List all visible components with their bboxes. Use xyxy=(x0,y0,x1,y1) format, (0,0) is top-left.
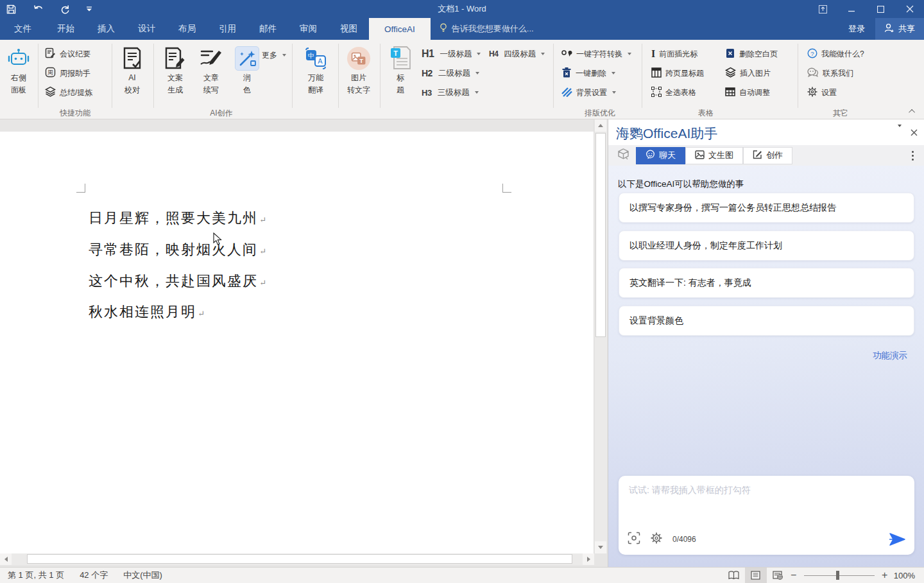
meeting-minutes-button[interactable]: 会议纪要 xyxy=(45,46,90,62)
title-bar: 文档1 - Word xyxy=(0,0,924,18)
zoom-percentage[interactable]: 100% xyxy=(890,571,924,580)
tab-home[interactable]: 开始 xyxy=(46,18,86,40)
ai-proofread-button[interactable]: AI 校对 xyxy=(114,42,150,104)
delete-blank-page-button[interactable]: 删除空白页 xyxy=(725,46,778,62)
continue-writing-button[interactable]: 文章 续写 xyxy=(193,42,229,104)
collapse-ribbon-button[interactable] xyxy=(907,107,918,116)
settings-button[interactable]: 设置 xyxy=(807,85,837,100)
auto-fit-button[interactable]: 自动调整 xyxy=(725,85,770,100)
language-indicator[interactable]: 中文(中国) xyxy=(116,570,170,581)
title-button[interactable]: T 标 题 xyxy=(382,42,418,104)
translate-button[interactable]: 中A 万能 翻译 xyxy=(296,42,336,104)
document-line[interactable]: 寻常巷陌，映射烟火人间↵ xyxy=(89,240,266,259)
panel-close-icon[interactable] xyxy=(911,127,918,139)
copywriting-button[interactable]: 文案 生成 xyxy=(157,42,193,104)
feature-demo-link[interactable]: 功能演示 xyxy=(873,350,907,361)
login-button[interactable]: 登录 xyxy=(838,23,875,35)
document-line[interactable]: 这个中秋，共赴国风盛厌↵ xyxy=(89,272,266,291)
kebab-menu-icon[interactable] xyxy=(912,151,914,161)
suggestion-card[interactable]: 设置背景颜色 xyxy=(619,306,914,336)
horizontal-scroll-thumb[interactable] xyxy=(27,554,572,564)
suggestion-card[interactable]: 以职业经理人身份，制定年度工作计划 xyxy=(619,231,914,261)
screenshot-icon[interactable] xyxy=(628,532,640,547)
tab-mailings[interactable]: 邮件 xyxy=(248,18,288,40)
table-grid-icon xyxy=(725,87,735,99)
zoom-slider-thumb[interactable] xyxy=(836,571,839,580)
heading1-button[interactable]: H1一级标题 xyxy=(422,46,481,62)
tab-chat[interactable]: 聊天 xyxy=(636,147,685,164)
summarize-button[interactable]: 总结/提炼 xyxy=(45,85,92,100)
read-mode-button[interactable] xyxy=(723,568,745,583)
contact-us-button[interactable]: 联系我们 xyxy=(807,65,853,81)
tab-review[interactable]: 审阅 xyxy=(288,18,329,40)
select-table-button[interactable]: 全选表格 xyxy=(651,85,696,100)
page-indicator[interactable]: 第 1 页, 共 1 页 xyxy=(0,570,72,581)
mouse-cursor xyxy=(213,232,222,248)
tab-file[interactable]: 文件 xyxy=(0,18,46,40)
scroll-left-button[interactable] xyxy=(0,553,12,565)
vertical-scroll-thumb[interactable] xyxy=(595,133,606,337)
scroll-right-button[interactable] xyxy=(583,553,594,565)
zoom-out-button[interactable]: − xyxy=(789,570,799,581)
horizontal-scrollbar[interactable] xyxy=(0,553,594,565)
document-line[interactable]: 日月星辉，照要大美九州↵ xyxy=(89,209,266,228)
heading4-button[interactable]: H4四级标题 xyxy=(489,46,545,62)
more-dropdown[interactable]: 更多 xyxy=(262,48,286,63)
gear-icon[interactable] xyxy=(651,532,662,546)
edit-pen-icon xyxy=(753,150,762,161)
maximize-icon[interactable] xyxy=(866,0,895,18)
dropdown-caret-icon xyxy=(477,53,481,55)
web-layout-button[interactable] xyxy=(767,568,789,583)
scroll-down-button[interactable] xyxy=(595,541,606,553)
share-button[interactable]: 共享 xyxy=(875,18,924,40)
polish-button[interactable]: 润 色 xyxy=(229,42,265,104)
zoom-slider[interactable] xyxy=(804,568,875,583)
print-layout-button[interactable] xyxy=(745,568,767,583)
repeat-header-button[interactable]: 跨页显标题 xyxy=(651,65,704,81)
panel-dropdown-caret-icon[interactable] xyxy=(896,127,902,139)
document-top-margin-strip xyxy=(0,119,594,132)
chat-input[interactable] xyxy=(619,476,914,526)
word-count[interactable]: 42 个字 xyxy=(72,570,116,581)
right-panel-button[interactable]: 右侧 面板 xyxy=(1,42,37,104)
ribbon: 右侧 面板 会议纪要 周 周报助手 总结/提炼 快捷功能 AI 校对 文案 生成… xyxy=(0,40,924,119)
close-icon[interactable] xyxy=(895,0,924,18)
weekly-report-button[interactable]: 周 周报助手 xyxy=(45,65,90,81)
heading3-button[interactable]: H3三级标题 xyxy=(422,85,479,100)
tab-text-to-image[interactable]: 文生图 xyxy=(685,147,743,164)
insert-image-button[interactable]: 插入图片 xyxy=(725,65,771,81)
cube-icon[interactable] xyxy=(617,148,629,162)
tab-references[interactable]: 引用 xyxy=(207,18,248,40)
background-settings-button[interactable]: 背景设置 xyxy=(561,85,616,100)
lightbulb-icon xyxy=(440,23,447,35)
image-to-text-button[interactable]: T 图片 转文字 xyxy=(339,42,378,104)
heading2-button[interactable]: H2二级标题 xyxy=(422,65,479,81)
ribbon-display-options-icon[interactable] xyxy=(809,0,837,18)
insert-cursor-before-button[interactable]: I 前面插光标 xyxy=(651,46,697,62)
paragraph-mark: ↵ xyxy=(259,215,266,225)
suggestion-card[interactable]: 英文翻译一下: 有志者，事竟成 xyxy=(619,268,914,298)
zoom-in-button[interactable]: + xyxy=(880,570,890,581)
one-key-delete-button[interactable]: 一键删除 xyxy=(561,65,615,81)
char-convert-button[interactable]: 一键字符转换 xyxy=(561,46,631,62)
tab-create[interactable]: 创作 xyxy=(743,147,792,164)
tab-insert[interactable]: 插入 xyxy=(86,18,126,40)
what-can-i-do-button[interactable]: ? 我能做什么? xyxy=(807,46,864,62)
tell-me-box[interactable]: 告诉我您想要做什么... xyxy=(431,18,543,40)
send-button[interactable] xyxy=(889,533,905,546)
tab-view[interactable]: 视图 xyxy=(329,18,369,40)
suggestion-card[interactable]: 以撰写专家身份，撰写一篇公务员转正思想总结报告 xyxy=(619,193,914,223)
tab-layout[interactable]: 布局 xyxy=(167,18,207,40)
suggestions-intro: 以下是OfficeAI可以帮助您做的事 xyxy=(618,178,744,190)
layers-icon xyxy=(725,67,736,80)
scroll-up-button[interactable] xyxy=(595,119,606,132)
vertical-scrollbar[interactable] xyxy=(595,119,607,553)
document-line[interactable]: 秋水相连照月明↵ xyxy=(89,302,205,322)
document-area[interactable]: 日月星辉，照要大美九州↵ 寻常巷陌，映射烟火人间↵ 这个中秋，共赴国风盛厌↵ 秋… xyxy=(0,119,594,553)
tab-design[interactable]: 设计 xyxy=(126,18,167,40)
panel-title: 海鹦OfficeAI助手 xyxy=(616,125,717,143)
minimize-icon[interactable] xyxy=(837,0,866,18)
group-label-quick: 快捷功能 xyxy=(40,108,110,119)
svg-text:T: T xyxy=(393,49,398,57)
tab-officeai[interactable]: OfficeAI xyxy=(369,18,431,40)
